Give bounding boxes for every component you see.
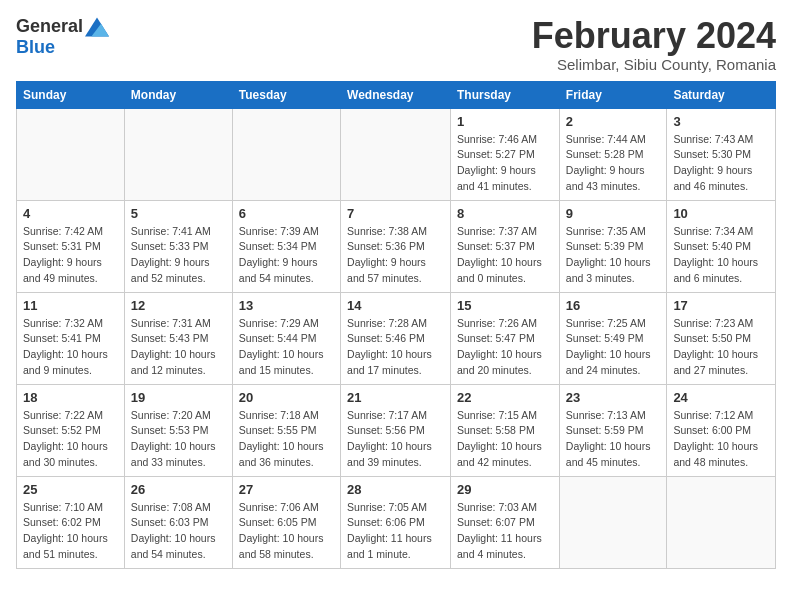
table-row: 1Sunrise: 7:46 AMSunset: 5:27 PMDaylight… xyxy=(451,108,560,200)
day-number: 23 xyxy=(566,390,661,405)
day-number: 3 xyxy=(673,114,769,129)
day-number: 28 xyxy=(347,482,444,497)
table-row xyxy=(341,108,451,200)
day-info: Sunrise: 7:08 AMSunset: 6:03 PMDaylight:… xyxy=(131,500,226,563)
day-info: Sunrise: 7:10 AMSunset: 6:02 PMDaylight:… xyxy=(23,500,118,563)
table-row xyxy=(667,476,776,568)
calendar-week-row: 11Sunrise: 7:32 AMSunset: 5:41 PMDayligh… xyxy=(17,292,776,384)
calendar-week-row: 4Sunrise: 7:42 AMSunset: 5:31 PMDaylight… xyxy=(17,200,776,292)
calendar-table: Sunday Monday Tuesday Wednesday Thursday… xyxy=(16,81,776,569)
day-info: Sunrise: 7:29 AMSunset: 5:44 PMDaylight:… xyxy=(239,316,334,379)
table-row: 28Sunrise: 7:05 AMSunset: 6:06 PMDayligh… xyxy=(341,476,451,568)
table-row: 18Sunrise: 7:22 AMSunset: 5:52 PMDayligh… xyxy=(17,384,125,476)
day-info: Sunrise: 7:44 AMSunset: 5:28 PMDaylight:… xyxy=(566,132,661,195)
day-number: 2 xyxy=(566,114,661,129)
table-row: 7Sunrise: 7:38 AMSunset: 5:36 PMDaylight… xyxy=(341,200,451,292)
table-row: 12Sunrise: 7:31 AMSunset: 5:43 PMDayligh… xyxy=(124,292,232,384)
table-row: 24Sunrise: 7:12 AMSunset: 6:00 PMDayligh… xyxy=(667,384,776,476)
day-info: Sunrise: 7:05 AMSunset: 6:06 PMDaylight:… xyxy=(347,500,444,563)
table-row: 27Sunrise: 7:06 AMSunset: 6:05 PMDayligh… xyxy=(232,476,340,568)
day-info: Sunrise: 7:26 AMSunset: 5:47 PMDaylight:… xyxy=(457,316,553,379)
day-info: Sunrise: 7:43 AMSunset: 5:30 PMDaylight:… xyxy=(673,132,769,195)
day-info: Sunrise: 7:15 AMSunset: 5:58 PMDaylight:… xyxy=(457,408,553,471)
table-row: 15Sunrise: 7:26 AMSunset: 5:47 PMDayligh… xyxy=(451,292,560,384)
logo-blue-text: Blue xyxy=(16,37,55,57)
day-number: 17 xyxy=(673,298,769,313)
header-tuesday: Tuesday xyxy=(232,81,340,108)
day-number: 15 xyxy=(457,298,553,313)
day-info: Sunrise: 7:20 AMSunset: 5:53 PMDaylight:… xyxy=(131,408,226,471)
calendar-header-row: Sunday Monday Tuesday Wednesday Thursday… xyxy=(17,81,776,108)
day-info: Sunrise: 7:13 AMSunset: 5:59 PMDaylight:… xyxy=(566,408,661,471)
day-number: 9 xyxy=(566,206,661,221)
day-info: Sunrise: 7:35 AMSunset: 5:39 PMDaylight:… xyxy=(566,224,661,287)
day-number: 4 xyxy=(23,206,118,221)
table-row: 10Sunrise: 7:34 AMSunset: 5:40 PMDayligh… xyxy=(667,200,776,292)
table-row: 20Sunrise: 7:18 AMSunset: 5:55 PMDayligh… xyxy=(232,384,340,476)
day-info: Sunrise: 7:38 AMSunset: 5:36 PMDaylight:… xyxy=(347,224,444,287)
table-row: 21Sunrise: 7:17 AMSunset: 5:56 PMDayligh… xyxy=(341,384,451,476)
day-info: Sunrise: 7:06 AMSunset: 6:05 PMDaylight:… xyxy=(239,500,334,563)
day-info: Sunrise: 7:23 AMSunset: 5:50 PMDaylight:… xyxy=(673,316,769,379)
day-info: Sunrise: 7:12 AMSunset: 6:00 PMDaylight:… xyxy=(673,408,769,471)
header-saturday: Saturday xyxy=(667,81,776,108)
table-row xyxy=(17,108,125,200)
day-number: 12 xyxy=(131,298,226,313)
table-row: 13Sunrise: 7:29 AMSunset: 5:44 PMDayligh… xyxy=(232,292,340,384)
table-row: 19Sunrise: 7:20 AMSunset: 5:53 PMDayligh… xyxy=(124,384,232,476)
day-number: 29 xyxy=(457,482,553,497)
logo: General Blue xyxy=(16,16,109,58)
table-row: 25Sunrise: 7:10 AMSunset: 6:02 PMDayligh… xyxy=(17,476,125,568)
day-info: Sunrise: 7:17 AMSunset: 5:56 PMDaylight:… xyxy=(347,408,444,471)
location: Selimbar, Sibiu County, Romania xyxy=(532,56,776,73)
day-number: 14 xyxy=(347,298,444,313)
day-info: Sunrise: 7:37 AMSunset: 5:37 PMDaylight:… xyxy=(457,224,553,287)
table-row: 17Sunrise: 7:23 AMSunset: 5:50 PMDayligh… xyxy=(667,292,776,384)
table-row: 11Sunrise: 7:32 AMSunset: 5:41 PMDayligh… xyxy=(17,292,125,384)
day-info: Sunrise: 7:39 AMSunset: 5:34 PMDaylight:… xyxy=(239,224,334,287)
day-number: 8 xyxy=(457,206,553,221)
calendar-week-row: 18Sunrise: 7:22 AMSunset: 5:52 PMDayligh… xyxy=(17,384,776,476)
day-number: 11 xyxy=(23,298,118,313)
day-number: 22 xyxy=(457,390,553,405)
table-row: 26Sunrise: 7:08 AMSunset: 6:03 PMDayligh… xyxy=(124,476,232,568)
table-row: 23Sunrise: 7:13 AMSunset: 5:59 PMDayligh… xyxy=(559,384,667,476)
day-info: Sunrise: 7:22 AMSunset: 5:52 PMDaylight:… xyxy=(23,408,118,471)
day-number: 6 xyxy=(239,206,334,221)
day-number: 21 xyxy=(347,390,444,405)
day-number: 25 xyxy=(23,482,118,497)
day-number: 5 xyxy=(131,206,226,221)
table-row: 29Sunrise: 7:03 AMSunset: 6:07 PMDayligh… xyxy=(451,476,560,568)
header-wednesday: Wednesday xyxy=(341,81,451,108)
table-row: 16Sunrise: 7:25 AMSunset: 5:49 PMDayligh… xyxy=(559,292,667,384)
day-info: Sunrise: 7:46 AMSunset: 5:27 PMDaylight:… xyxy=(457,132,553,195)
day-number: 7 xyxy=(347,206,444,221)
day-number: 26 xyxy=(131,482,226,497)
table-row: 22Sunrise: 7:15 AMSunset: 5:58 PMDayligh… xyxy=(451,384,560,476)
day-number: 20 xyxy=(239,390,334,405)
table-row: 4Sunrise: 7:42 AMSunset: 5:31 PMDaylight… xyxy=(17,200,125,292)
table-row: 6Sunrise: 7:39 AMSunset: 5:34 PMDaylight… xyxy=(232,200,340,292)
day-number: 1 xyxy=(457,114,553,129)
day-number: 27 xyxy=(239,482,334,497)
table-row: 5Sunrise: 7:41 AMSunset: 5:33 PMDaylight… xyxy=(124,200,232,292)
day-info: Sunrise: 7:34 AMSunset: 5:40 PMDaylight:… xyxy=(673,224,769,287)
table-row: 3Sunrise: 7:43 AMSunset: 5:30 PMDaylight… xyxy=(667,108,776,200)
logo-icon xyxy=(85,17,109,37)
header-friday: Friday xyxy=(559,81,667,108)
table-row: 9Sunrise: 7:35 AMSunset: 5:39 PMDaylight… xyxy=(559,200,667,292)
day-info: Sunrise: 7:42 AMSunset: 5:31 PMDaylight:… xyxy=(23,224,118,287)
calendar-week-row: 25Sunrise: 7:10 AMSunset: 6:02 PMDayligh… xyxy=(17,476,776,568)
day-info: Sunrise: 7:18 AMSunset: 5:55 PMDaylight:… xyxy=(239,408,334,471)
month-title: February 2024 xyxy=(532,16,776,56)
logo-general-text: General xyxy=(16,16,83,37)
day-number: 24 xyxy=(673,390,769,405)
day-number: 19 xyxy=(131,390,226,405)
day-info: Sunrise: 7:41 AMSunset: 5:33 PMDaylight:… xyxy=(131,224,226,287)
day-info: Sunrise: 7:03 AMSunset: 6:07 PMDaylight:… xyxy=(457,500,553,563)
header-thursday: Thursday xyxy=(451,81,560,108)
header-sunday: Sunday xyxy=(17,81,125,108)
day-info: Sunrise: 7:31 AMSunset: 5:43 PMDaylight:… xyxy=(131,316,226,379)
calendar-week-row: 1Sunrise: 7:46 AMSunset: 5:27 PMDaylight… xyxy=(17,108,776,200)
day-number: 18 xyxy=(23,390,118,405)
